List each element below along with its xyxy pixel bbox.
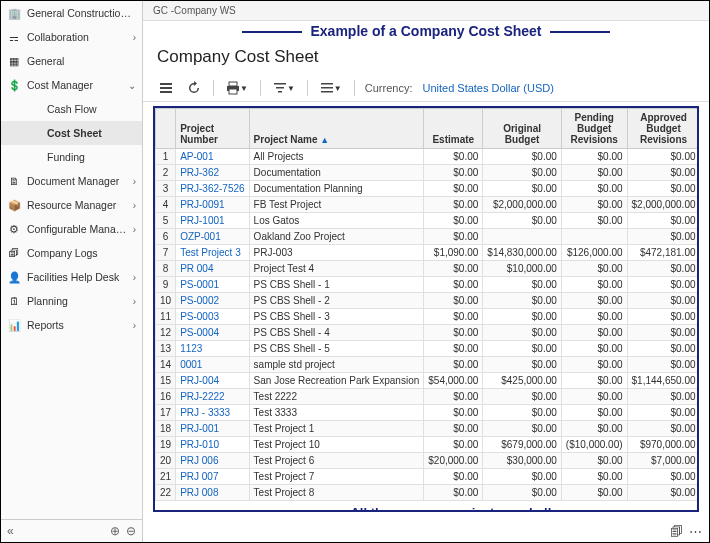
table-row[interactable]: 21PRJ 007Test Project 7$0.00$0.00$0.00$0… [156,469,700,485]
sidebar-item-reports[interactable]: 📊Reports› [1,313,142,337]
sidebar-item-general[interactable]: ▦General [1,49,142,73]
estimate-cell: $0.00 [424,309,483,325]
approved-budget-cell: $0.00 [627,341,699,357]
table-row[interactable]: 15PRJ-004San Jose Recreation Park Expans… [156,373,700,389]
approved-budget-cell: $0.00 [627,421,699,437]
col-project-number[interactable]: Project Number [176,109,249,149]
project-number-link[interactable]: OZP-001 [176,229,249,245]
note-icon[interactable]: 🗐 [670,524,683,539]
project-number-link[interactable]: PRJ-010 [176,437,249,453]
col-original-budget[interactable]: Original Budget [483,109,562,149]
project-number-link[interactable]: PRJ-001 [176,421,249,437]
currency-selector[interactable]: United States Dollar (USD) [422,82,553,94]
project-number-link[interactable]: PRJ-1001 [176,213,249,229]
sidebar-item-collaboration[interactable]: ⚎Collaboration› [1,25,142,49]
original-budget-cell: $0.00 [483,469,562,485]
menu-button[interactable] [157,79,175,97]
project-number-link[interactable]: PR 004 [176,261,249,277]
svg-rect-10 [321,87,333,89]
project-number-link[interactable]: PRJ-362 [176,165,249,181]
table-row[interactable]: 18PRJ-001Test Project 1$0.00$0.00$0.00$0… [156,421,700,437]
annotation-mid: All the rows are projects or shells [156,501,700,512]
project-name-cell: Project Test 4 [249,261,424,277]
toolbar: ▼ ▼ ▼ Currency: United States Dollar (US… [143,75,709,102]
table-row[interactable]: 12PS-0004PS CBS Shell - 4$0.00$0.00$0.00… [156,325,700,341]
sidebar-item-funding[interactable]: Funding [1,145,142,169]
project-number-link[interactable]: PRJ 006 [176,453,249,469]
project-number-link[interactable]: PS-0001 [176,277,249,293]
col-pending-budget[interactable]: Pending Budget Revisions [561,109,627,149]
project-number-link[interactable]: PRJ-0091 [176,197,249,213]
table-row[interactable]: 2PRJ-362Documentation$0.00$0.00$0.00$0.0… [156,165,700,181]
list-button[interactable]: ▼ [318,79,344,97]
project-number-link[interactable]: PRJ-004 [176,373,249,389]
table-row[interactable]: 19PRJ-010Test Project 10$0.00$679,000.00… [156,437,700,453]
table-row[interactable]: 1AP-001All Projects$0.00$0.00$0.00$0.00 [156,149,700,165]
sidebar: 🏢General Construction ...⚎Collaboration›… [1,1,143,542]
table-row[interactable]: 10PS-0002PS CBS Shell - 2$0.00$0.00$0.00… [156,293,700,309]
col-approved-budget[interactable]: Approved Budget Revisions [627,109,699,149]
table-row[interactable]: 4PRJ-0091FB Test Project$0.00$2,000,000.… [156,197,700,213]
col-rownum[interactable] [156,109,176,149]
project-number-link[interactable]: 1123 [176,341,249,357]
project-number-link[interactable]: PRJ 007 [176,469,249,485]
project-number-link[interactable]: PRJ - 3333 [176,405,249,421]
estimate-cell: $0.00 [424,213,483,229]
table-row[interactable]: 20PRJ 006Test Project 6$20,000.00$30,000… [156,453,700,469]
estimate-cell: $0.00 [424,229,483,245]
project-number-link[interactable]: PRJ-2222 [176,389,249,405]
table-row[interactable]: 8PR 004Project Test 4$0.00$10,000.00$0.0… [156,261,700,277]
project-number-link[interactable]: Test Project 3 [176,245,249,261]
sidebar-footer: « ⊕ ⊖ [1,519,142,542]
sidebar-item-company-logs[interactable]: 🗊Company Logs [1,241,142,265]
sidebar-item-cost-sheet[interactable]: Cost Sheet [1,121,142,145]
table-row[interactable]: 6OZP-001Oakland Zoo Project$0.00$0.00 [156,229,700,245]
col-estimate[interactable]: Estimate [424,109,483,149]
project-number-link[interactable]: PRJ 008 [176,485,249,501]
project-number-link[interactable]: 0001 [176,357,249,373]
pending-budget-cell: $0.00 [561,261,627,277]
original-budget-cell: $679,000.00 [483,437,562,453]
table-row[interactable]: 140001sample std project$0.00$0.00$0.00$… [156,357,700,373]
sidebar-add-icon[interactable]: ⊕ [110,524,120,538]
share-icon: ⚎ [7,30,21,44]
approved-budget-cell: $0.00 [627,261,699,277]
grid-header-row: Project Number Project Name ▲ Estimate O… [156,109,700,149]
project-number-link[interactable]: PRJ-362-7526 [176,181,249,197]
table-row[interactable]: 9PS-0001PS CBS Shell - 1$0.00$0.00$0.00$… [156,277,700,293]
sidebar-remove-icon[interactable]: ⊖ [126,524,136,538]
pending-budget-cell: ($10,000.00) [561,437,627,453]
table-row[interactable]: 131123PS CBS Shell - 5$0.00$0.00$0.00$0.… [156,341,700,357]
sidebar-item-cash-flow[interactable]: Cash Flow [1,97,142,121]
table-row[interactable]: 3PRJ-362-7526Documentation Planning$0.00… [156,181,700,197]
table-row[interactable]: 5PRJ-1001Los Gatos$0.00$0.00$0.00$0.00 [156,213,700,229]
project-name-cell: Test Project 10 [249,437,424,453]
sidebar-item-facilities-help-desk[interactable]: 👤Facilities Help Desk› [1,265,142,289]
table-row[interactable]: 11PS-0003PS CBS Shell - 3$0.00$0.00$0.00… [156,309,700,325]
project-number-link[interactable]: PS-0003 [176,309,249,325]
pending-budget-cell: $0.00 [561,181,627,197]
table-row[interactable]: 16PRJ-2222Test 2222$0.00$0.00$0.00$0.00 [156,389,700,405]
cost-sheet-grid[interactable]: Project Number Project Name ▲ Estimate O… [153,106,699,512]
approved-budget-cell: $0.00 [627,325,699,341]
more-icon[interactable]: ⋯ [689,524,702,539]
table-row[interactable]: 7Test Project 3PRJ-003$1,090.00$14,830,0… [156,245,700,261]
refresh-button[interactable] [185,79,203,97]
table-row[interactable]: 17PRJ - 3333Test 3333$0.00$0.00$0.00$0.0… [156,405,700,421]
pending-budget-cell: $0.00 [561,453,627,469]
sidebar-item-general-construction[interactable]: 🏢General Construction ... [1,1,142,25]
filter-button[interactable]: ▼ [271,79,297,97]
sidebar-item-cost-manager[interactable]: 💲Cost Manager⌄ [1,73,142,97]
print-button[interactable]: ▼ [224,79,250,97]
sidebar-item-resource-manager[interactable]: 📦Resource Manager› [1,193,142,217]
project-number-link[interactable]: AP-001 [176,149,249,165]
sidebar-item-configurable-managers[interactable]: ⚙Configurable Managers› [1,217,142,241]
sidebar-collapse-icon[interactable]: « [7,524,14,538]
table-row[interactable]: 22PRJ 008Test Project 8$0.00$0.00$0.00$0… [156,485,700,501]
project-number-link[interactable]: PS-0004 [176,325,249,341]
sidebar-item-planning[interactable]: 🗓Planning› [1,289,142,313]
project-number-link[interactable]: PS-0002 [176,293,249,309]
col-project-name[interactable]: Project Name ▲ [249,109,424,149]
sidebar-item-document-manager[interactable]: 🗎Document Manager› [1,169,142,193]
approved-budget-cell: $0.00 [627,309,699,325]
